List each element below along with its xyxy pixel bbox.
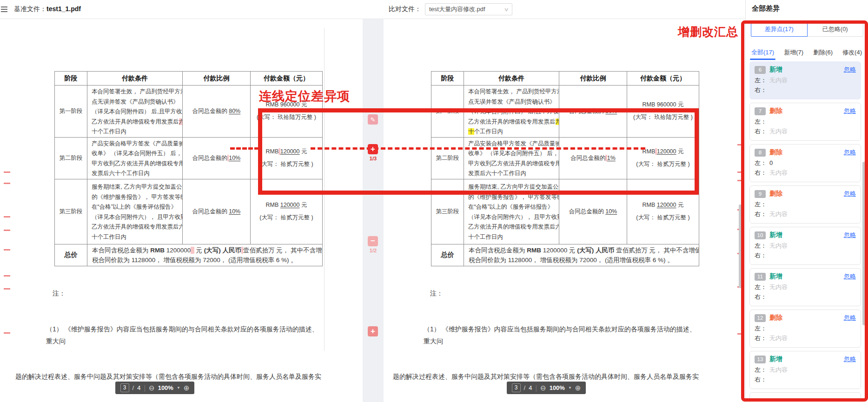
diff-card[interactable]: 7 删除 忽略 左： 右：无内容 bbox=[749, 103, 861, 141]
diff-right-line: 右： bbox=[755, 292, 856, 302]
compare-document-viewport[interactable]: 阶段 付款条件 付款比例 付款金额（元） 第一阶段 本合同签署生效， 产品到货经… bbox=[384, 19, 745, 402]
diff-right-line: 右： bbox=[755, 250, 856, 260]
zoom-in-icon[interactable]: ⊕ bbox=[184, 384, 190, 391]
diff-card-partial[interactable] bbox=[749, 392, 861, 402]
diff-location-mark[interactable] bbox=[737, 333, 744, 335]
ignore-link[interactable]: 忽略 bbox=[844, 66, 856, 74]
diff-counter: 1/3 bbox=[363, 156, 384, 161]
zoom-level: 100% bbox=[550, 384, 565, 391]
filter-all[interactable]: 全部(17) bbox=[751, 48, 774, 57]
diff-card[interactable]: 12 删除 忽略 左： 右：无内容 bbox=[749, 310, 861, 348]
diff-index-badge: 6 bbox=[755, 66, 766, 74]
diff-index-badge: 9 bbox=[755, 190, 766, 198]
note-label: 注： bbox=[430, 288, 702, 300]
table-total-row: 总价 本合同含税总金额为 RMB 1200000 元 (大写) 人民币 壹佰贰拾… bbox=[55, 244, 323, 266]
left-label: 左： bbox=[755, 323, 767, 333]
ratio-cell: 合同总金额的 10% bbox=[183, 179, 251, 244]
table-total-row: 总价 本合同含税总金额为 RMB 1200000 元 (大写) 人民币 壹佰贰拾… bbox=[431, 244, 699, 266]
ignore-link[interactable]: 忽略 bbox=[844, 355, 856, 363]
page-separator: / bbox=[524, 384, 526, 391]
zoom-out-icon[interactable]: ⊖ bbox=[540, 384, 546, 391]
diff-location-mark[interactable] bbox=[4, 288, 10, 290]
ignore-link[interactable]: 忽略 bbox=[844, 107, 856, 115]
diff-location-mark[interactable] bbox=[4, 216, 10, 217]
zoom-out-icon[interactable]: ⊖ bbox=[149, 384, 155, 391]
note-line: （1） 《维护服务报告》内容应当包括服务期间的与合同相关条款对应的各项服务活动的… bbox=[424, 323, 702, 347]
diff-location-mark[interactable] bbox=[4, 171, 10, 173]
diff-location-mark[interactable] bbox=[4, 183, 10, 184]
base-document-viewport[interactable]: 阶段 付款条件 付款比例 付款金额（元） 第一阶段 本合同签署生效， 产品到货经… bbox=[0, 19, 363, 402]
diff-card[interactable]: 11 新增 忽略 左：无内容 右： bbox=[749, 268, 861, 306]
ignore-link[interactable]: 忽略 bbox=[844, 190, 856, 198]
zoom-level: 100% bbox=[158, 384, 173, 391]
diff-card[interactable]: 8 删除 忽略 左：0 右：无内容 bbox=[749, 144, 861, 182]
amount-cell: RMB 120000 元 (大写： 拾贰万元整 ) bbox=[251, 137, 323, 179]
diff-index-badge: 7 bbox=[755, 107, 766, 115]
expand-diff-icon[interactable]: + bbox=[368, 326, 378, 336]
zoom-in-icon[interactable]: ⊕ bbox=[575, 384, 581, 391]
condition-cell: 产品安装合格甲方签发《产品质量验 收单》 （详见本合同附件五） 后， 且 甲方收… bbox=[87, 137, 183, 179]
diff-location-mark[interactable] bbox=[737, 171, 744, 173]
ignore-link[interactable]: 忽略 bbox=[844, 272, 856, 281]
diff-right-line: 右： bbox=[755, 85, 856, 95]
diff-type-label: 新增 bbox=[769, 272, 782, 281]
page-number-input[interactable]: 3 bbox=[512, 383, 521, 392]
diff-location-mark[interactable] bbox=[4, 249, 10, 250]
diff-location-mark[interactable] bbox=[4, 275, 10, 277]
filter-added[interactable]: 新增(7) bbox=[784, 48, 803, 57]
right-label: 右： bbox=[755, 375, 767, 384]
zoom-caret-icon[interactable]: ▼ bbox=[177, 386, 180, 390]
stage-cell: 第一阶段 bbox=[55, 86, 87, 138]
diff-card[interactable]: 6 新增 忽略 左：无内容 右： bbox=[749, 61, 861, 99]
amount-cell: RMB 120000 元 (大写： 拾贰万元整 ) bbox=[251, 179, 323, 244]
left-value: 无内容 bbox=[769, 241, 788, 250]
filter-deleted[interactable]: 删除(6) bbox=[813, 48, 833, 57]
diff-type-label: 新增 bbox=[769, 355, 782, 363]
diff-left-line: 左： bbox=[755, 323, 856, 333]
base-file-name: test1_1.pdf bbox=[46, 5, 81, 13]
diff-location-mark[interactable] bbox=[737, 144, 744, 145]
col-header: 阶段 bbox=[431, 72, 464, 86]
filter-modified[interactable]: 修改(4) bbox=[842, 48, 862, 57]
collapse-diff-icon[interactable]: − bbox=[368, 236, 378, 246]
diff-card[interactable]: 10 新增 忽略 左：无内容 右： bbox=[749, 227, 861, 265]
compare-file-select[interactable]: test大量内容修改.pdf ∨ bbox=[425, 3, 512, 15]
diff-type-label: 删除 bbox=[769, 314, 782, 322]
menu-icon[interactable] bbox=[1, 7, 7, 12]
diff-location-mark[interactable] bbox=[737, 180, 744, 181]
page-number-input[interactable]: 3 bbox=[120, 383, 129, 392]
zoom-caret-icon[interactable]: ▼ bbox=[568, 386, 572, 390]
diff-right-line: 右：无内容 bbox=[755, 209, 856, 219]
panel-scrollbar[interactable] bbox=[862, 162, 866, 325]
compare-file-label: 比对文件： bbox=[389, 5, 421, 13]
diff-location-mark[interactable] bbox=[4, 332, 10, 334]
ignore-link[interactable]: 忽略 bbox=[844, 231, 856, 239]
diff-index-badge: 10 bbox=[755, 231, 766, 239]
chevron-down-icon: ∨ bbox=[504, 7, 509, 13]
diff-card[interactable]: 13 新增 忽略 左：无内容 右： bbox=[749, 351, 861, 389]
diff-card-header: 11 新增 忽略 bbox=[755, 272, 856, 281]
table-row: 第一阶段 本合同签署生效， 产品到货经甲方清 点无误并签发《产品到货确认书》 （… bbox=[55, 86, 323, 138]
pdf-compare-app: 基准文件：test1_1.pdf 比对文件： test大量内容修改.pdf ∨ … bbox=[0, 0, 868, 402]
payment-table-left: 阶段 付款条件 付款比例 付款金额（元） 第一阶段 本合同签署生效， 产品到货经… bbox=[54, 71, 323, 266]
condition-cell: 产品安装合格甲方签发《产品质量验 收单》 （详见本合同附件五） 后， 且 甲方收… bbox=[464, 137, 559, 179]
total-content-cell: 本合同含税总金额为 RMB 1200000 元 (大写) 人民币 壹佰贰拾万 元… bbox=[87, 244, 323, 266]
diff-card[interactable]: 9 删除 忽略 左： 右：无内容 bbox=[749, 185, 861, 224]
note-label: 注： bbox=[53, 288, 324, 300]
edit-diff-icon[interactable]: ✎ bbox=[368, 114, 378, 125]
expand-diff-icon[interactable]: + bbox=[368, 144, 378, 154]
ignore-link[interactable]: 忽略 bbox=[844, 148, 856, 157]
amount-cell: RMB 960000 元 (大写： 玖拾陆万元整 ) bbox=[251, 86, 323, 138]
document-scrollbar[interactable] bbox=[739, 204, 742, 288]
stage-cell: 第三阶段 bbox=[55, 179, 87, 244]
tab-diff-points[interactable]: 差异点(17) bbox=[751, 22, 808, 37]
diff-location-mark[interactable] bbox=[4, 230, 10, 231]
stage-cell: 第二阶段 bbox=[431, 137, 464, 179]
total-label-cell: 总价 bbox=[55, 244, 87, 266]
diff-index-badge: 12 bbox=[755, 314, 766, 322]
ratio-cell: 合同总金额的 1% bbox=[559, 137, 627, 179]
total-content-cell: 本合同含税总金额为 RMB 1200000 元 (大写) 人民币 壹佰贰拾万 元… bbox=[464, 244, 699, 266]
tab-ignored[interactable]: 已忽略(0) bbox=[807, 22, 864, 37]
left-label: 左： bbox=[755, 158, 767, 168]
ignore-link[interactable]: 忽略 bbox=[844, 314, 856, 322]
